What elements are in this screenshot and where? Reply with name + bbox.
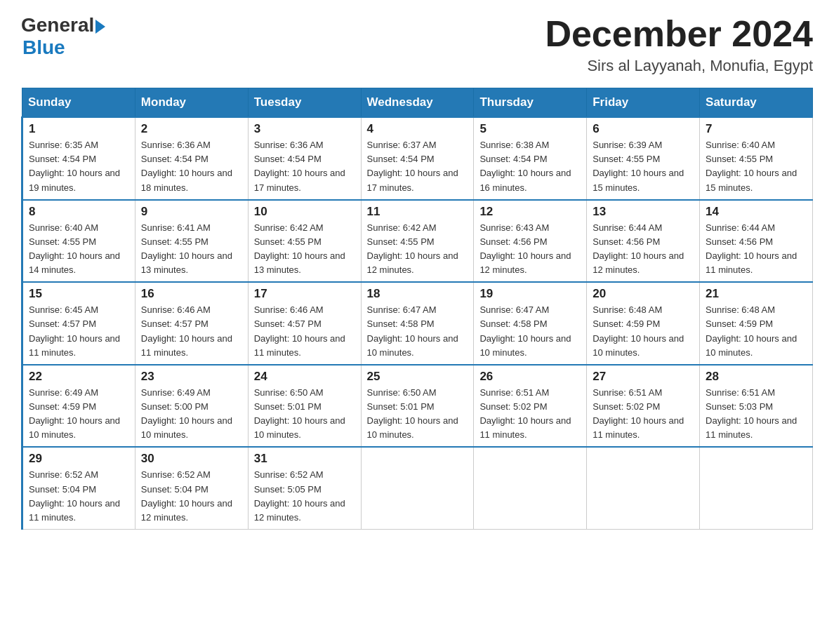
calendar-cell (361, 447, 474, 529)
calendar-cell: 21 Sunrise: 6:48 AMSunset: 4:59 PMDaylig… (700, 282, 813, 365)
logo: General Blue (21, 14, 105, 59)
calendar-cell: 11 Sunrise: 6:42 AMSunset: 4:55 PMDaylig… (361, 200, 474, 283)
page-header: General Blue December 2024 Sirs al Layya… (21, 14, 813, 75)
day-info: Sunrise: 6:40 AMSunset: 4:55 PMDaylight:… (29, 222, 120, 275)
calendar-cell: 17 Sunrise: 6:46 AMSunset: 4:57 PMDaylig… (248, 282, 361, 365)
day-number: 23 (141, 370, 242, 384)
day-info: Sunrise: 6:51 AMSunset: 5:03 PMDaylight:… (706, 387, 797, 440)
day-number: 31 (254, 452, 355, 466)
calendar-cell: 25 Sunrise: 6:50 AMSunset: 5:01 PMDaylig… (361, 365, 474, 448)
day-number: 21 (706, 287, 807, 301)
calendar-cell: 13 Sunrise: 6:44 AMSunset: 4:56 PMDaylig… (587, 200, 700, 283)
day-number: 28 (706, 370, 807, 384)
column-header-tuesday: Tuesday (248, 88, 361, 118)
day-info: Sunrise: 6:51 AMSunset: 5:02 PMDaylight:… (593, 387, 684, 440)
month-title: December 2024 (545, 14, 813, 54)
calendar-cell: 12 Sunrise: 6:43 AMSunset: 4:56 PMDaylig… (474, 200, 587, 283)
day-number: 8 (29, 205, 129, 219)
day-number: 10 (254, 205, 355, 219)
calendar-cell: 27 Sunrise: 6:51 AMSunset: 5:02 PMDaylig… (587, 365, 700, 448)
day-info: Sunrise: 6:36 AMSunset: 4:54 PMDaylight:… (141, 140, 232, 192)
day-number: 6 (593, 122, 694, 136)
column-header-monday: Monday (135, 88, 248, 118)
calendar-cell: 30 Sunrise: 6:52 AMSunset: 5:04 PMDaylig… (135, 447, 248, 529)
day-number: 15 (29, 287, 129, 301)
day-info: Sunrise: 6:52 AMSunset: 5:04 PMDaylight:… (29, 469, 120, 522)
day-info: Sunrise: 6:39 AMSunset: 4:55 PMDaylight:… (593, 140, 684, 192)
logo-general: General (21, 14, 94, 36)
calendar-cell: 20 Sunrise: 6:48 AMSunset: 4:59 PMDaylig… (587, 282, 700, 365)
day-number: 12 (479, 205, 581, 219)
day-number: 11 (367, 205, 468, 219)
day-number: 17 (254, 287, 355, 301)
day-number: 19 (479, 287, 581, 301)
calendar-cell: 8 Sunrise: 6:40 AMSunset: 4:55 PMDayligh… (22, 200, 135, 283)
calendar-cell: 5 Sunrise: 6:38 AMSunset: 4:54 PMDayligh… (474, 117, 587, 200)
day-number: 5 (479, 122, 581, 136)
day-number: 20 (593, 287, 694, 301)
calendar-cell: 29 Sunrise: 6:52 AMSunset: 5:04 PMDaylig… (22, 447, 135, 529)
day-info: Sunrise: 6:47 AMSunset: 4:58 PMDaylight:… (479, 304, 571, 357)
day-info: Sunrise: 6:36 AMSunset: 4:54 PMDaylight:… (254, 140, 345, 192)
day-info: Sunrise: 6:42 AMSunset: 4:55 PMDaylight:… (367, 222, 458, 275)
day-info: Sunrise: 6:49 AMSunset: 4:59 PMDaylight:… (29, 387, 120, 440)
calendar-cell: 15 Sunrise: 6:45 AMSunset: 4:57 PMDaylig… (22, 282, 135, 365)
column-header-thursday: Thursday (474, 88, 587, 118)
day-number: 14 (706, 205, 807, 219)
day-info: Sunrise: 6:44 AMSunset: 4:56 PMDaylight:… (593, 222, 684, 275)
day-info: Sunrise: 6:42 AMSunset: 4:55 PMDaylight:… (254, 222, 345, 275)
day-number: 1 (29, 122, 129, 136)
day-info: Sunrise: 6:46 AMSunset: 4:57 PMDaylight:… (254, 304, 345, 357)
day-number: 18 (367, 287, 468, 301)
calendar-cell: 26 Sunrise: 6:51 AMSunset: 5:02 PMDaylig… (474, 365, 587, 448)
calendar-header-row: SundayMondayTuesdayWednesdayThursdayFrid… (22, 88, 813, 118)
location-title: Sirs al Layyanah, Monufia, Egypt (545, 57, 813, 75)
day-number: 9 (141, 205, 242, 219)
calendar-cell: 16 Sunrise: 6:46 AMSunset: 4:57 PMDaylig… (135, 282, 248, 365)
day-info: Sunrise: 6:47 AMSunset: 4:58 PMDaylight:… (367, 304, 458, 357)
day-info: Sunrise: 6:37 AMSunset: 4:54 PMDaylight:… (367, 140, 458, 192)
day-number: 24 (254, 370, 355, 384)
calendar-cell: 7 Sunrise: 6:40 AMSunset: 4:55 PMDayligh… (700, 117, 813, 200)
calendar-cell: 1 Sunrise: 6:35 AMSunset: 4:54 PMDayligh… (22, 117, 135, 200)
calendar-cell: 14 Sunrise: 6:44 AMSunset: 4:56 PMDaylig… (700, 200, 813, 283)
day-info: Sunrise: 6:50 AMSunset: 5:01 PMDaylight:… (367, 387, 458, 440)
calendar-cell (474, 447, 587, 529)
calendar-cell: 3 Sunrise: 6:36 AMSunset: 4:54 PMDayligh… (248, 117, 361, 200)
calendar-cell: 9 Sunrise: 6:41 AMSunset: 4:55 PMDayligh… (135, 200, 248, 283)
day-number: 7 (706, 122, 807, 136)
calendar-cell: 31 Sunrise: 6:52 AMSunset: 5:05 PMDaylig… (248, 447, 361, 529)
calendar-week-row: 22 Sunrise: 6:49 AMSunset: 4:59 PMDaylig… (22, 365, 813, 448)
calendar-table: SundayMondayTuesdayWednesdayThursdayFrid… (21, 88, 813, 530)
calendar-cell: 24 Sunrise: 6:50 AMSunset: 5:01 PMDaylig… (248, 365, 361, 448)
calendar-cell (700, 447, 813, 529)
day-number: 3 (254, 122, 355, 136)
day-info: Sunrise: 6:49 AMSunset: 5:00 PMDaylight:… (141, 387, 232, 440)
calendar-week-row: 8 Sunrise: 6:40 AMSunset: 4:55 PMDayligh… (22, 200, 813, 283)
column-header-friday: Friday (587, 88, 700, 118)
day-info: Sunrise: 6:45 AMSunset: 4:57 PMDaylight:… (29, 304, 120, 357)
column-header-wednesday: Wednesday (361, 88, 474, 118)
calendar-cell: 23 Sunrise: 6:49 AMSunset: 5:00 PMDaylig… (135, 365, 248, 448)
calendar-cell: 6 Sunrise: 6:39 AMSunset: 4:55 PMDayligh… (587, 117, 700, 200)
day-number: 26 (479, 370, 581, 384)
logo-arrow-icon (95, 20, 105, 34)
calendar-cell (587, 447, 700, 529)
calendar-cell: 10 Sunrise: 6:42 AMSunset: 4:55 PMDaylig… (248, 200, 361, 283)
day-number: 2 (141, 122, 242, 136)
day-info: Sunrise: 6:41 AMSunset: 4:55 PMDaylight:… (141, 222, 232, 275)
calendar-cell: 28 Sunrise: 6:51 AMSunset: 5:03 PMDaylig… (700, 365, 813, 448)
calendar-week-row: 29 Sunrise: 6:52 AMSunset: 5:04 PMDaylig… (22, 447, 813, 529)
day-info: Sunrise: 6:43 AMSunset: 4:56 PMDaylight:… (479, 222, 571, 275)
logo-blue: Blue (22, 36, 105, 59)
day-info: Sunrise: 6:48 AMSunset: 4:59 PMDaylight:… (593, 304, 684, 357)
day-info: Sunrise: 6:40 AMSunset: 4:55 PMDaylight:… (706, 140, 797, 192)
calendar-cell: 18 Sunrise: 6:47 AMSunset: 4:58 PMDaylig… (361, 282, 474, 365)
day-number: 22 (29, 370, 129, 384)
calendar-cell: 2 Sunrise: 6:36 AMSunset: 4:54 PMDayligh… (135, 117, 248, 200)
day-info: Sunrise: 6:35 AMSunset: 4:54 PMDaylight:… (29, 140, 120, 192)
calendar-week-row: 1 Sunrise: 6:35 AMSunset: 4:54 PMDayligh… (22, 117, 813, 200)
day-number: 4 (367, 122, 468, 136)
column-header-saturday: Saturday (700, 88, 813, 118)
title-block: December 2024 Sirs al Layyanah, Monufia,… (545, 14, 813, 75)
